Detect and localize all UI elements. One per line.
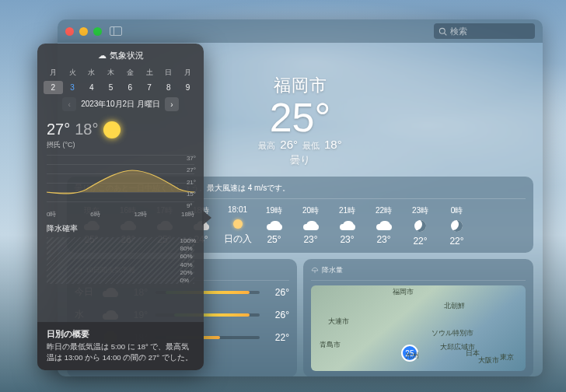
detail-header: ☁ 気象状況 bbox=[37, 44, 204, 65]
search-icon bbox=[438, 27, 447, 36]
prev-day-button[interactable]: ‹ bbox=[62, 97, 76, 111]
traffic-lights bbox=[65, 27, 102, 36]
next-day-button[interactable]: › bbox=[165, 97, 179, 111]
hour-cell[interactable]: 18:01日の入 bbox=[221, 205, 254, 247]
map-label: 青島市 bbox=[320, 340, 341, 350]
lo-temp: 18° bbox=[324, 138, 342, 151]
hour-cell[interactable]: 19時25° bbox=[257, 205, 291, 247]
map-label: 大連市 bbox=[328, 317, 349, 327]
selected-date: 2023年10月2日 月曜日 bbox=[81, 99, 160, 110]
precip-header: 降水量 bbox=[311, 265, 526, 281]
close-button[interactable] bbox=[65, 27, 74, 36]
popover-arrow bbox=[202, 210, 211, 226]
date-cell[interactable]: 4 bbox=[82, 81, 102, 94]
sun-icon bbox=[103, 121, 121, 138]
weekday-row: 月火水木金土日月 bbox=[37, 65, 204, 78]
summary-title: 日別の概要 bbox=[47, 328, 194, 340]
date-cell[interactable]: 8 bbox=[159, 81, 179, 94]
minimize-button[interactable] bbox=[79, 27, 88, 36]
precip-map[interactable]: 25 北朝鮮大連市ソウル特別市青島市大邱広域市光州東京大阪市日本福岡市 bbox=[311, 285, 526, 371]
detail-lo: 18° bbox=[75, 121, 98, 138]
svg-point-0 bbox=[439, 28, 445, 33]
hour-cell[interactable]: 20時23° bbox=[294, 205, 327, 247]
date-nav: ‹ 2023年10月2日 月曜日 › bbox=[37, 94, 204, 114]
detail-hi: 27° bbox=[47, 121, 70, 138]
map-label: 日本 bbox=[466, 348, 480, 359]
precip-panel: 降水量 25 北朝鮮大連市ソウル特別市青島市大邱広域市光州東京大阪市日本福岡市 bbox=[303, 259, 533, 376]
summary-body: 昨日の最低気温は 5:00 に 18° で、最高気温は 13:00 から 14:… bbox=[47, 341, 194, 362]
hi-temp: 26° bbox=[280, 138, 298, 151]
map-label: 東京 bbox=[500, 352, 514, 362]
lo-label: 最低 bbox=[302, 140, 320, 152]
hour-cell[interactable]: 22時23° bbox=[367, 205, 400, 247]
precip-chart: 100%80%60%40%20%0% bbox=[47, 237, 194, 284]
titlebar: 検索 bbox=[58, 19, 543, 43]
date-cell[interactable]: 2 bbox=[44, 81, 63, 94]
precip-prob-label: 降水確率 bbox=[37, 223, 204, 234]
search-placeholder: 検索 bbox=[450, 26, 467, 37]
detail-temps: 27° 18° bbox=[37, 114, 204, 140]
map-label: 福岡市 bbox=[393, 287, 414, 297]
hi-label: 最高 bbox=[258, 140, 275, 152]
date-cell[interactable]: 3 bbox=[63, 81, 82, 94]
sidebar-toggle-icon[interactable] bbox=[110, 26, 122, 36]
unit-label: 摂氏 (°C) bbox=[37, 140, 204, 150]
hour-cell[interactable]: 0時22° bbox=[440, 205, 473, 247]
map-label: 大阪市 bbox=[478, 355, 499, 366]
date-cell[interactable]: 6 bbox=[121, 81, 140, 94]
day-detail-popover: ☁ 気象状況 月火水木金土日月 23456789 ‹ 2023年10月2日 月曜… bbox=[37, 44, 204, 370]
date-cell[interactable]: 7 bbox=[140, 81, 159, 94]
date-row: 23456789 bbox=[37, 78, 204, 94]
map-label: 北朝鮮 bbox=[444, 301, 465, 311]
date-cell[interactable]: 5 bbox=[101, 81, 121, 94]
temp-chart: 37°27°21°15°9° 0時 6時 12時 18時 bbox=[47, 155, 194, 209]
umbrella-icon bbox=[311, 267, 319, 275]
date-cell[interactable]: 9 bbox=[178, 81, 197, 94]
svg-line-1 bbox=[445, 33, 447, 35]
map-label: ソウル特別市 bbox=[431, 328, 473, 338]
hour-cell[interactable]: 21時23° bbox=[330, 205, 364, 247]
map-label: 光州 bbox=[405, 351, 419, 361]
search-field[interactable]: 検索 bbox=[434, 23, 535, 39]
hour-cell[interactable]: 23時22° bbox=[404, 205, 437, 247]
cloud-icon: ☁ bbox=[98, 51, 107, 61]
zoom-button[interactable] bbox=[93, 27, 102, 36]
daily-summary: 日別の概要 昨日の最低気温は 5:00 に 18° で、最高気温は 13:00 … bbox=[37, 322, 204, 370]
